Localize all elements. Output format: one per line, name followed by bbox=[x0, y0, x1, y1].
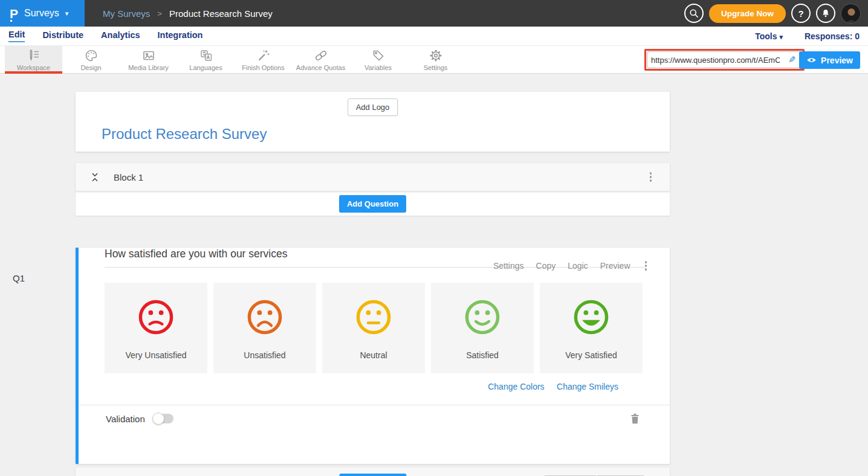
upgrade-now-button[interactable]: Upgrade Now bbox=[709, 4, 786, 23]
toolbar-tab-media-library[interactable]: Media Library bbox=[120, 46, 177, 73]
breadcrumb-chevron-icon: > bbox=[157, 9, 162, 18]
tab-analytics[interactable]: Analytics bbox=[101, 30, 140, 42]
gear-icon bbox=[429, 48, 443, 63]
app-logo-block[interactable]: P Surveys ▾ bbox=[0, 0, 85, 27]
question-actions: Settings Copy Logic Preview bbox=[493, 259, 649, 273]
design-palette-icon bbox=[84, 48, 99, 63]
question-preview-link[interactable]: Preview bbox=[600, 261, 630, 271]
question-mark-icon: ? bbox=[798, 8, 803, 19]
workspace-content: Q1 Add Logo Product Research Survey Bloc… bbox=[0, 92, 868, 476]
question-title[interactable]: How satisfied are you with our services bbox=[105, 248, 287, 260]
add-question-button-bottom[interactable]: Add Question bbox=[339, 474, 406, 476]
topbar-actions: Upgrade Now ? bbox=[684, 0, 861, 27]
question-logic-link[interactable]: Logic bbox=[568, 261, 588, 271]
topbar: P Surveys ▾ My Surveys > Product Researc… bbox=[0, 0, 868, 27]
validation-toggle[interactable] bbox=[153, 414, 173, 423]
toolbar-tab-settings[interactable]: Settings bbox=[407, 46, 464, 73]
change-smileys-link[interactable]: Change Smileys bbox=[557, 382, 618, 391]
toolbar-tab-design[interactable]: Design bbox=[62, 46, 120, 73]
question-menu-kebab-icon[interactable] bbox=[643, 259, 650, 273]
question-copy-link[interactable]: Copy bbox=[536, 261, 556, 271]
survey-url-field: ✎ bbox=[647, 51, 802, 68]
toolbar-tab-variables[interactable]: Variables bbox=[349, 46, 407, 73]
chain-link-icon bbox=[314, 48, 328, 63]
breadcrumb-current-survey: Product Research Survey bbox=[169, 8, 273, 19]
toolbar-tab-languages[interactable]: Languages bbox=[177, 46, 235, 73]
toolbar-tab-workspace[interactable]: Workspace bbox=[5, 46, 62, 73]
survey-url-highlight: ✎ bbox=[644, 49, 805, 71]
question-card: Settings Copy Logic Preview How satisfie… bbox=[76, 248, 670, 464]
smiley-options: Very Unsatisfied Unsatisfied Neutral Sat… bbox=[105, 283, 670, 373]
option-unsatisfied[interactable]: Unsatisfied bbox=[213, 283, 316, 373]
smiley-edit-links: Change Colors Change Smileys bbox=[105, 381, 643, 392]
delete-question-button[interactable] bbox=[630, 413, 640, 424]
question-number-label: Q1 bbox=[13, 273, 25, 283]
responses-count[interactable]: Responses: 0 bbox=[805, 31, 860, 41]
section-nav: Edit Distribute Analytics Integration To… bbox=[0, 27, 868, 46]
survey-url-input[interactable] bbox=[647, 56, 783, 65]
block-header: Block 1 bbox=[76, 163, 670, 191]
very-unsatisfied-smiley-icon bbox=[137, 298, 175, 336]
toolbar-tab-finish-options[interactable]: Finish Options bbox=[235, 46, 292, 73]
survey-title[interactable]: Product Research Survey bbox=[102, 126, 267, 143]
option-satisfied[interactable]: Satisfied bbox=[431, 283, 534, 373]
preview-button[interactable]: Preview bbox=[799, 51, 860, 69]
trash-icon bbox=[630, 413, 640, 424]
translate-icon bbox=[199, 48, 213, 63]
very-satisfied-smiley-icon bbox=[572, 298, 611, 336]
caret-down-icon: ▾ bbox=[65, 10, 69, 18]
block-menu-kebab-icon[interactable] bbox=[647, 170, 655, 184]
block-card: Block 1 Add Question Settings Copy Logic… bbox=[76, 163, 670, 476]
add-logo-button[interactable]: Add Logo bbox=[348, 98, 398, 116]
media-image-icon bbox=[141, 48, 156, 63]
eye-icon bbox=[806, 57, 817, 63]
change-colors-link[interactable]: Change Colors bbox=[488, 382, 544, 391]
breadcrumb: My Surveys > Product Research Survey bbox=[103, 8, 273, 19]
caret-down-icon: ▾ bbox=[779, 33, 783, 40]
search-icon bbox=[688, 8, 699, 19]
block-name[interactable]: Block 1 bbox=[114, 172, 143, 182]
tab-distribute[interactable]: Distribute bbox=[42, 30, 83, 42]
search-button[interactable] bbox=[684, 4, 704, 23]
workspace-icon bbox=[27, 48, 41, 63]
product-name: Surveys bbox=[24, 8, 59, 19]
tag-icon bbox=[371, 48, 386, 63]
option-very-satisfied[interactable]: Very Satisfied bbox=[540, 283, 643, 373]
add-question-row-top: Add Question bbox=[76, 191, 670, 216]
toolbar-tab-advance-quotas[interactable]: Advance Quotas bbox=[292, 46, 349, 73]
tab-edit[interactable]: Edit bbox=[8, 30, 25, 42]
satisfied-smiley-icon bbox=[463, 298, 502, 336]
block-footer: Add Question ✂ Page Break Separator bbox=[76, 468, 670, 476]
help-button[interactable]: ? bbox=[791, 4, 811, 23]
notifications-button[interactable] bbox=[816, 4, 835, 23]
questionpro-logo-icon: P bbox=[10, 7, 18, 20]
option-neutral[interactable]: Neutral bbox=[322, 283, 425, 373]
unsatisfied-smiley-icon bbox=[245, 298, 284, 336]
edit-toolbar: Workspace Design Media Library Languages… bbox=[0, 46, 868, 74]
option-very-unsatisfied[interactable]: Very Unsatisfied bbox=[105, 283, 207, 373]
neutral-smiley-icon bbox=[354, 298, 393, 336]
bell-icon bbox=[821, 8, 831, 18]
tab-integration[interactable]: Integration bbox=[158, 30, 203, 42]
validation-label: Validation bbox=[106, 414, 145, 424]
collapse-chevrons-icon bbox=[90, 172, 100, 182]
avatar-photo bbox=[841, 4, 861, 24]
validation-row: Validation bbox=[79, 405, 670, 432]
magic-wand-icon bbox=[256, 48, 271, 63]
add-question-button-top[interactable]: Add Question bbox=[339, 195, 406, 213]
survey-header-card: Add Logo Product Research Survey bbox=[76, 92, 670, 152]
collapse-block-button[interactable] bbox=[90, 172, 100, 182]
breadcrumb-my-surveys[interactable]: My Surveys bbox=[103, 8, 150, 19]
question-settings-link[interactable]: Settings bbox=[493, 261, 524, 271]
nav-right: Tools ▾ Responses: 0 bbox=[755, 31, 860, 41]
user-avatar[interactable] bbox=[841, 4, 861, 24]
tools-menu[interactable]: Tools ▾ bbox=[755, 31, 783, 41]
